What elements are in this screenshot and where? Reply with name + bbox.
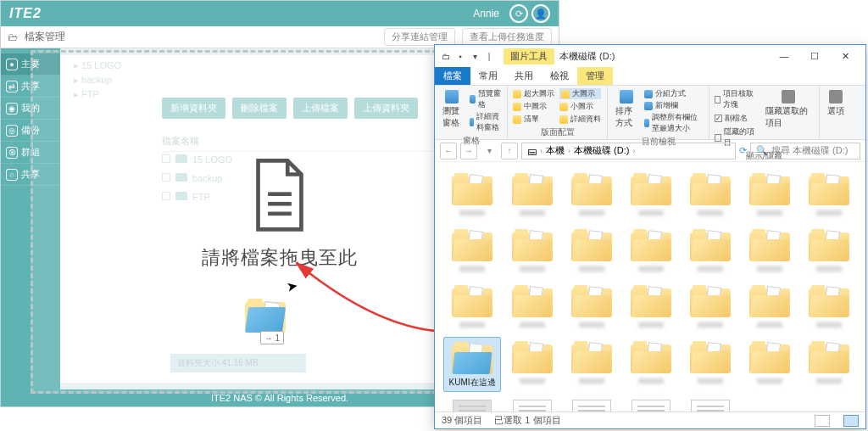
forward-button[interactable]: → xyxy=(460,143,477,160)
document-item[interactable]: xxxxxx xyxy=(682,397,738,411)
layout-m-button[interactable]: 中圖示 xyxy=(513,101,554,112)
tab-share[interactable]: 共用 xyxy=(506,67,542,85)
window-title: 本機磁碟 (D:) xyxy=(559,50,615,63)
folder-item[interactable]: xxxxxx xyxy=(564,281,620,332)
search-placeholder: 搜尋 本機磁碟 (D:) xyxy=(771,144,848,157)
maximize-button[interactable]: ☐ xyxy=(799,47,830,65)
status-bar: 39 個項目 已選取 1 個項目 xyxy=(435,411,865,428)
folder-item[interactable]: xxxxxx xyxy=(443,281,501,332)
context-tab-header: 圖片工具 xyxy=(504,48,554,64)
document-item[interactable]: xxxxxx xyxy=(564,397,620,411)
share2-icon: ○ xyxy=(6,169,18,181)
autofit-button[interactable]: 調整所有欄位至最適大小 xyxy=(644,112,704,134)
folder-icon[interactable]: 🗀 xyxy=(440,50,452,62)
user-icon[interactable]: 👤 xyxy=(531,4,550,23)
copy-badge: → 1 xyxy=(260,331,284,344)
up-button[interactable]: ↑ xyxy=(501,143,518,160)
preview-pane-button[interactable]: 預覽窗格 xyxy=(470,88,502,110)
view-icons-button[interactable] xyxy=(843,415,859,427)
layout-s-button[interactable]: 小圖示 xyxy=(559,101,601,112)
drop-hint: 請將檔案拖曳至此 xyxy=(202,159,358,271)
address-box[interactable]: 🖴› 本機› 本機磁碟 (D:)› xyxy=(521,143,736,160)
folder-item[interactable]: xxxxxx xyxy=(801,169,857,220)
folder-item[interactable]: xxxxxx xyxy=(504,337,560,392)
close-button[interactable]: ✕ xyxy=(830,47,860,65)
layout-l-button[interactable]: 大圖示 xyxy=(559,88,601,99)
folder-item[interactable]: xxxxxx xyxy=(742,337,798,392)
tab-home[interactable]: 常用 xyxy=(470,67,506,85)
folder-open-icon: 🗁 xyxy=(8,31,18,43)
folder-item[interactable]: xxxxxx xyxy=(564,225,620,276)
extensions-toggle[interactable]: 副檔名 xyxy=(715,113,758,124)
folder-item[interactable]: xxxxxx xyxy=(504,169,560,220)
folder-item[interactable]: xxxxxx xyxy=(801,281,857,332)
view-details-button[interactable] xyxy=(815,415,830,427)
folder-item[interactable]: xxxxxx xyxy=(504,281,560,332)
folder-item[interactable]: xxxxxx xyxy=(564,169,620,220)
options-button[interactable]: 選項 xyxy=(825,88,847,137)
folder-item[interactable]: xxxxxx xyxy=(623,281,679,332)
folder-item[interactable]: xxxxxx xyxy=(504,225,560,276)
drop-text: 請將檔案拖曳至此 xyxy=(202,245,358,271)
folder-item[interactable]: xxxxxx xyxy=(623,225,679,276)
document-item[interactable]: xxxxxx xyxy=(443,397,501,411)
folder-item[interactable]: xxxxxx xyxy=(801,225,857,276)
drive-icon: 🖴 xyxy=(527,146,537,156)
qat-icon[interactable]: ▾ xyxy=(469,50,481,62)
quick-access-toolbar: 🗀 ▪ ▾ | xyxy=(440,50,495,62)
folder-item[interactable]: xxxxxx xyxy=(742,225,798,276)
folder-item[interactable]: xxxxxx xyxy=(742,169,798,220)
add-column-button[interactable]: 新增欄 xyxy=(644,100,704,111)
group-icon: ⦿ xyxy=(6,147,18,159)
folder-item[interactable]: xxxxxx xyxy=(682,281,738,332)
search-input[interactable]: 🔍搜尋 本機磁碟 (D:) xyxy=(750,143,860,160)
titlebar[interactable]: 🗀 ▪ ▾ | 圖片工具 本機磁碟 (D:) — ☐ ✕ xyxy=(435,45,865,67)
folder-item[interactable]: xxxxxx xyxy=(623,169,679,220)
selected-count: 已選取 1 個項目 xyxy=(494,414,560,427)
folder-item-selected[interactable]: KUMI在這邊 xyxy=(443,337,501,392)
folder-item[interactable]: xxxxxx xyxy=(682,169,738,220)
qat-icon[interactable]: ▪ xyxy=(454,50,466,62)
qat-divider: | xyxy=(483,50,495,62)
folder-item[interactable]: xxxxxx xyxy=(623,337,679,392)
refresh-icon[interactable]: ⟳ xyxy=(509,4,528,23)
hide-selected-button[interactable]: 隱藏選取的項目 xyxy=(763,88,814,148)
share-link-button[interactable]: 分享連結管理 xyxy=(384,28,455,46)
tab-file[interactable]: 檔案 xyxy=(435,67,470,85)
sort-button[interactable]: 排序方式 xyxy=(613,88,639,134)
tab-view[interactable]: 檢視 xyxy=(542,67,577,85)
minimize-button[interactable]: — xyxy=(769,47,799,65)
document-item[interactable]: xxxxxx xyxy=(504,397,560,411)
folder-item[interactable]: xxxxxx xyxy=(801,337,857,392)
history-dropdown[interactable]: ▾ xyxy=(481,143,498,160)
layout-list-button[interactable]: 清單 xyxy=(513,114,554,125)
breadcrumb[interactable]: 檔案管理 xyxy=(25,30,65,44)
refresh-icon[interactable]: ⟳ xyxy=(739,145,747,156)
nas-user-label: Annie xyxy=(473,8,499,20)
upload-progress-button[interactable]: 查看上傳任務進度 xyxy=(462,28,552,46)
crumb-pc[interactable]: 本機 xyxy=(546,144,565,157)
group-by-button[interactable]: 分組方式 xyxy=(644,88,704,99)
file-icon xyxy=(249,159,310,233)
crumb-drive[interactable]: 本機磁碟 (D:) xyxy=(574,144,629,157)
navigation-pane-button[interactable]: 瀏覽窗格 xyxy=(440,88,465,133)
folder-item[interactable]: xxxxxx xyxy=(682,225,738,276)
search-icon: 🔍 xyxy=(756,145,768,156)
nas-header: ITE2 Annie ⟳ 👤 xyxy=(1,1,559,26)
folder-item[interactable]: xxxxxx xyxy=(682,337,738,392)
details-pane-button[interactable]: 詳細資料窗格 xyxy=(470,111,502,133)
share-icon: ⇄ xyxy=(6,81,18,92)
back-button[interactable]: ← xyxy=(440,143,457,160)
item-count: 39 個項目 xyxy=(442,414,482,427)
document-item[interactable]: xxxxxx xyxy=(623,397,679,411)
folder-item[interactable]: xxxxxx xyxy=(443,225,501,276)
file-pane[interactable]: xxxxxxxxxxxxxxxxxxxxxxxxxxxxxxxxxxxxxxxx… xyxy=(435,162,865,411)
folder-item[interactable]: xxxxxx xyxy=(742,281,798,332)
folder-item[interactable]: xxxxxx xyxy=(564,337,620,392)
folder-item[interactable]: xxxxxx xyxy=(443,169,501,220)
layout-details-button[interactable]: 詳細資料 xyxy=(559,114,601,125)
checkboxes-toggle[interactable]: 項目核取方塊 xyxy=(715,88,758,110)
user-icon: ◉ xyxy=(6,103,18,115)
tab-manage[interactable]: 管理 xyxy=(577,67,613,85)
layout-xl-button[interactable]: 超大圖示 xyxy=(513,88,554,99)
